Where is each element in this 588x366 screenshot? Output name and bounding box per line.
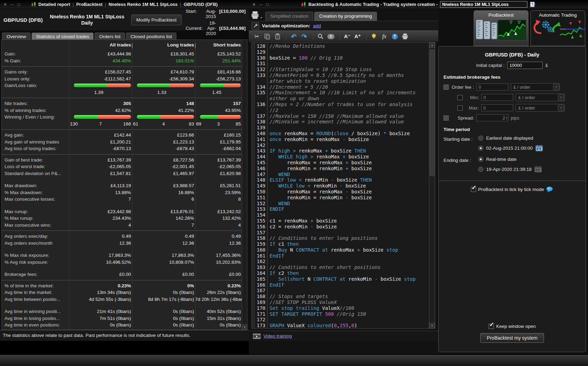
code-line[interactable]: 143IF high > renkoMax + boxSize THEN bbox=[255, 148, 429, 154]
cut-icon[interactable]: ✂ bbox=[252, 32, 261, 41]
starting-earliest-option[interactable]: Earliest date displayed bbox=[478, 136, 543, 141]
code-line[interactable]: 173GRAPH ValueX coloured(0,255,0) bbox=[255, 323, 429, 328]
video-training-link[interactable]: Video training bbox=[263, 333, 292, 339]
copy-icon[interactable] bbox=[263, 32, 272, 41]
min-fee-checkbox[interactable] bbox=[457, 95, 463, 100]
code-line[interactable]: 153ENDIF bbox=[255, 206, 429, 212]
starting-date-option[interactable]: 02-Aug-2015 21:00:00 bbox=[478, 145, 543, 151]
code-line[interactable]: 145 renkoMax = renkoMax + boxSize bbox=[255, 160, 429, 166]
order-fee-checkbox[interactable] bbox=[444, 85, 449, 90]
code-line[interactable]: 162 bbox=[255, 259, 429, 264]
scrollbar-track[interactable] bbox=[429, 48, 435, 323]
code-line[interactable]: 137//MaxValue = 150 //150 //Maximum allo… bbox=[255, 113, 429, 119]
print-icon[interactable] bbox=[401, 32, 410, 41]
code-line[interactable]: 141once renkoMin = renkoMax - boxSize bbox=[255, 137, 429, 142]
paste-icon[interactable] bbox=[273, 32, 282, 41]
code-line[interactable]: 132//StartingValue = 10 //10 Stop Loss bbox=[255, 67, 429, 72]
code-line[interactable]: 151 renkoMin = renkoMin - boxSize bbox=[255, 195, 429, 201]
code-line[interactable]: 148ELSIF low < renkoMin - boxSize THEN bbox=[255, 177, 429, 183]
help-icon[interactable]: ? bbox=[390, 32, 399, 41]
minimize-icon[interactable]: ─ bbox=[11, 2, 14, 7]
maximize-icon[interactable]: □ bbox=[266, 2, 269, 7]
tick-mode-checkbox[interactable]: ✓ bbox=[471, 187, 476, 192]
search-icon[interactable] bbox=[316, 32, 325, 41]
chevron-down-icon[interactable]: ▽ bbox=[558, 105, 564, 111]
code-line[interactable]: 166EndIf bbox=[255, 282, 429, 288]
wrench-icon[interactable] bbox=[252, 22, 259, 30]
initial-capital-input[interactable] bbox=[507, 62, 543, 69]
ending-date-option[interactable]: 19-Apr-2020 21:39:18 bbox=[478, 166, 542, 173]
code-line[interactable]: 167 bbox=[255, 288, 429, 294]
min-fee-unit-select[interactable]: £ / order ▽ bbox=[516, 94, 565, 101]
print-menu-arrow-icon[interactable]: ▼ bbox=[260, 17, 263, 19]
stepper-arrows-icon[interactable]: ▴▾ bbox=[506, 116, 507, 120]
radio-selected-icon[interactable] bbox=[478, 157, 483, 162]
code-line[interactable]: 128//Renko Definitions bbox=[255, 43, 429, 49]
calendar-icon[interactable] bbox=[535, 145, 543, 151]
code-line[interactable]: 150 renkoMax = renkoMax - boxSize bbox=[255, 189, 429, 195]
code-line[interactable]: 156c2 = renkoMin - boxSize bbox=[255, 224, 429, 230]
table-scrollbar[interactable]: ▼ bbox=[242, 40, 247, 330]
code-line[interactable]: 164If c2 then bbox=[255, 270, 429, 276]
spread-checkbox[interactable] bbox=[444, 115, 449, 121]
code-line[interactable]: 169//SET STOP PLOSS ValueX bbox=[255, 299, 429, 305]
tab-statistics-of-closed-trades[interactable]: Statistics of closed trades bbox=[32, 33, 94, 40]
code-editor[interactable]: 128//Renko Definitions129 130boxSize = 1… bbox=[252, 42, 435, 329]
lightbulb-icon[interactable] bbox=[369, 32, 378, 41]
min-fee-input[interactable] bbox=[481, 94, 513, 101]
maximize-icon[interactable]: □ bbox=[18, 2, 20, 7]
code-line[interactable]: 163// Conditions to enter short position… bbox=[255, 264, 429, 270]
column-header-all-trades[interactable]: All trades bbox=[69, 42, 132, 47]
code-line[interactable]: 172 bbox=[255, 317, 429, 323]
code-line[interactable]: 159If c1 then bbox=[255, 241, 429, 247]
add-variable-link[interactable]: add bbox=[313, 23, 321, 28]
help-page-icon[interactable]: ? bbox=[530, 1, 536, 8]
max-fee-checkbox[interactable] bbox=[457, 105, 463, 111]
code-line[interactable]: //2 bbox=[255, 107, 429, 113]
code-line[interactable]: 154 bbox=[255, 212, 429, 218]
chevron-down-icon[interactable]: ▽ bbox=[558, 94, 564, 101]
tab-creation-by-programming[interactable]: Creation by programming bbox=[314, 12, 377, 21]
code-line[interactable]: 170Set stop trailing ValueX//100 bbox=[255, 305, 429, 311]
code-line[interactable]: after which to reset optimization bbox=[255, 78, 429, 84]
order-fee-unit-select[interactable]: £ / order ▽ bbox=[511, 83, 560, 91]
close-icon[interactable]: ✕ bbox=[252, 2, 256, 7]
code-line[interactable]: 130boxSize = 100 // Orig 110 bbox=[255, 55, 429, 61]
chevron-down-icon[interactable]: ▽ bbox=[553, 84, 559, 90]
code-line[interactable]: 138//MinValue = increment //Minimum allo… bbox=[255, 119, 429, 125]
scroll-up-button[interactable]: ▲ bbox=[429, 43, 435, 48]
code-line[interactable]: 155c1 = renkoMax + boxSize bbox=[255, 218, 429, 224]
max-fee-input[interactable] bbox=[481, 104, 513, 111]
ending-realtime-option[interactable]: Real-time date bbox=[478, 157, 542, 162]
code-line[interactable]: 131 bbox=[255, 61, 429, 67]
scroll-down-button[interactable]: ▼ bbox=[242, 324, 247, 329]
comment-icon[interactable]: // bbox=[326, 32, 335, 41]
radio-icon[interactable] bbox=[478, 136, 483, 141]
code-line[interactable]: 140once renkoMax = ROUND(close / boxSize… bbox=[255, 131, 429, 137]
tab-overview[interactable]: Overview bbox=[2, 33, 30, 40]
decrease-font-icon[interactable]: A⁻ bbox=[343, 32, 352, 41]
code-line[interactable]: 136//Reps = 2 //Number of trades to use … bbox=[255, 102, 429, 107]
code-line[interactable]: 165 Sellshort N CONTRACT at renkoMin - b… bbox=[255, 276, 429, 282]
functions-icon[interactable]: fx bbox=[380, 32, 389, 41]
modify-probacktest-button[interactable]: Modify ProBacktest bbox=[131, 15, 181, 25]
column-header-short-trades[interactable]: Short trades bbox=[195, 42, 242, 47]
system-name-input[interactable] bbox=[440, 1, 527, 8]
radio-selected-icon[interactable] bbox=[478, 146, 483, 151]
code-line[interactable]: 129 bbox=[255, 49, 429, 55]
order-fee-input[interactable] bbox=[476, 84, 508, 90]
max-fee-unit-select[interactable]: £ / order ▽ bbox=[516, 104, 565, 112]
code-line[interactable]: 161EndIf bbox=[255, 253, 429, 259]
scrollbar-thumb[interactable] bbox=[430, 50, 435, 176]
code-line[interactable]: 157 bbox=[255, 230, 429, 236]
code-line[interactable]: 135//MaxIncrement = 10 //10 Limit of no … bbox=[255, 90, 429, 96]
code-line[interactable]: 144 WHILE high > renkoMax + boxSize bbox=[255, 154, 429, 160]
code-line[interactable]: 147 WEND bbox=[255, 172, 429, 177]
code-line[interactable]: 146 renkoMin = renkoMin + boxSize bbox=[255, 166, 429, 172]
code-line[interactable]: 171SET TARGET PPROFIT 500 //Orig 150 bbox=[255, 311, 429, 317]
redo-icon[interactable]: ↷ bbox=[300, 32, 309, 41]
minimize-icon[interactable]: ─ bbox=[260, 2, 263, 7]
editor-scrollbar[interactable]: ▲ ▼ bbox=[429, 43, 435, 328]
probacktest-my-system-button[interactable]: ProBacktest my system bbox=[480, 333, 544, 343]
code-line[interactable]: 142 bbox=[255, 142, 429, 148]
